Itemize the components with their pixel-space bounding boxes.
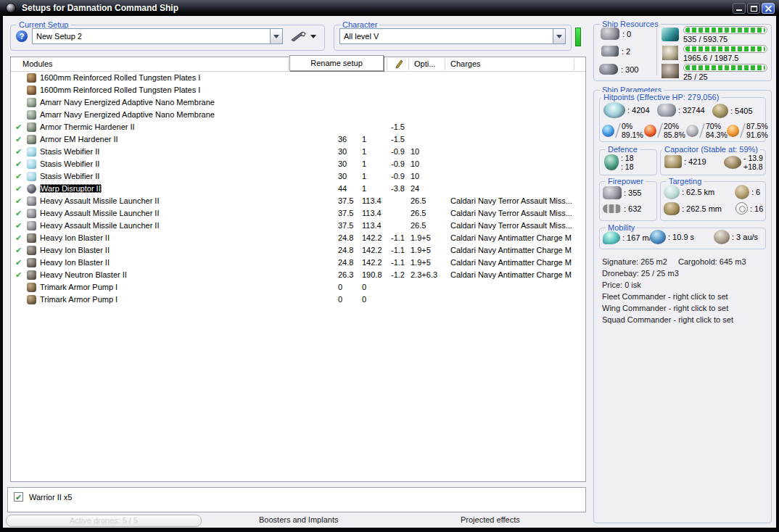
module-enabled-check[interactable]: ✔ bbox=[15, 221, 22, 230]
module-enabled-check[interactable]: ✔ bbox=[15, 122, 22, 132]
calibration: : 300 bbox=[599, 64, 638, 75]
warp-speed: : 3 au/s bbox=[714, 230, 758, 244]
module-row[interactable]: ✔Heavy Assault Missile Launcher II37.511… bbox=[11, 195, 585, 207]
module-name[interactable]: 1600mm Reinforced Rolled Tungsten Plates… bbox=[40, 86, 200, 94]
character-select[interactable]: All level V bbox=[339, 28, 566, 44]
module-powergrid: 1 bbox=[362, 184, 366, 193]
module-optimal: 10 bbox=[411, 172, 419, 180]
module-cpu: 26.3 bbox=[338, 270, 353, 279]
module-name[interactable]: Heavy Ion Blaster II bbox=[40, 246, 110, 254]
module-name[interactable]: Heavy Assault Missile Launcher II bbox=[40, 196, 159, 205]
module-row[interactable]: ✔Heavy Assault Missile Launcher II37.511… bbox=[11, 220, 585, 232]
module-row[interactable]: ✔Heavy Assault Missile Launcher II37.511… bbox=[11, 207, 585, 220]
module-row[interactable]: 1600mm Reinforced Rolled Tungsten Plates… bbox=[11, 72, 585, 84]
module-row[interactable]: Trimark Armor Pump I00 bbox=[11, 294, 585, 306]
column-charges[interactable]: Charges bbox=[450, 59, 481, 68]
close-button[interactable] bbox=[762, 3, 775, 14]
module-name[interactable]: Stasis Webifier II bbox=[40, 172, 99, 180]
module-enabled-check[interactable]: ✔ bbox=[15, 184, 22, 194]
module-name[interactable]: Stasis Webifier II bbox=[40, 159, 99, 168]
module-enabled-check[interactable]: ✔ bbox=[15, 172, 22, 181]
module-name[interactable]: Warp Disruptor II bbox=[40, 184, 102, 193]
module-powergrid: 142.2 bbox=[362, 258, 382, 267]
module-row[interactable]: Amarr Navy Energized Adaptive Nano Membr… bbox=[11, 109, 585, 121]
module-optimal: 1.9+5 bbox=[411, 233, 431, 242]
setup-select[interactable]: New Setup 2 bbox=[32, 28, 283, 44]
tab-projected-effects[interactable]: Projected effects bbox=[461, 515, 520, 524]
module-row[interactable]: 1600mm Reinforced Rolled Tungsten Plates… bbox=[11, 84, 585, 96]
capacitor-usage-column-icon[interactable] bbox=[394, 59, 404, 70]
module-row[interactable]: ✔Stasis Webifier II301-0.910 bbox=[11, 146, 585, 158]
column-modules[interactable]: Modules bbox=[22, 59, 53, 68]
fleet-commander-info[interactable]: Fleet Commander - right click to set bbox=[602, 292, 728, 301]
module-enabled-check[interactable]: ✔ bbox=[15, 159, 22, 169]
module-powergrid: 0 bbox=[362, 295, 366, 304]
chevron-down-icon bbox=[310, 35, 316, 38]
module-cpu: 30 bbox=[338, 147, 347, 156]
module-name[interactable]: Amarr Navy Energized Adaptive Nano Membr… bbox=[40, 110, 215, 119]
module-name[interactable]: Trimark Armor Pump I bbox=[40, 295, 118, 304]
module-row[interactable]: ✔Stasis Webifier II301-0.910 bbox=[11, 158, 585, 170]
setup-actions-button[interactable] bbox=[290, 30, 316, 42]
speed-icon bbox=[603, 231, 620, 244]
module-row[interactable]: ✔Armor Thermic Hardener II-1.5 bbox=[11, 121, 585, 133]
drone-checkbox[interactable]: ✔ bbox=[14, 492, 23, 502]
module-cpu: 0 bbox=[338, 295, 342, 304]
module-name[interactable]: Armor Thermic Hardener II bbox=[40, 122, 135, 131]
module-enabled-check[interactable]: ✔ bbox=[15, 246, 22, 255]
drone-item[interactable]: ✔ Warrior II x5 bbox=[14, 492, 73, 502]
capacitor-balance: - 13.9 +18.8 bbox=[724, 154, 763, 171]
module-row[interactable]: ✔Heavy Ion Blaster II24.8142.2-1.11.9+5C… bbox=[11, 244, 585, 257]
capacitor-label: Capacitor (Stable at: 59%) bbox=[662, 144, 760, 154]
column-optimal[interactable]: Opti... bbox=[414, 59, 435, 68]
module-charge: Caldari Navy Antimatter Charge M bbox=[450, 233, 572, 242]
module-row[interactable]: ✔Heavy Ion Blaster II24.8142.2-1.11.9+5C… bbox=[11, 257, 585, 269]
wing-commander-info[interactable]: Wing Commander - right click to set bbox=[602, 304, 728, 312]
module-powergrid: 190.8 bbox=[362, 270, 382, 279]
module-name[interactable]: Amarr Navy Energized Adaptive Nano Membr… bbox=[40, 98, 215, 107]
module-enabled-check[interactable]: ✔ bbox=[15, 209, 22, 218]
chevron-down-icon bbox=[273, 35, 279, 38]
module-name[interactable]: Heavy Assault Missile Launcher II bbox=[40, 221, 159, 230]
module-enabled-check[interactable]: ✔ bbox=[15, 135, 22, 144]
module-name[interactable]: Trimark Armor Pump I bbox=[40, 283, 118, 291]
character-select-arrow[interactable] bbox=[553, 29, 565, 43]
module-enabled-check[interactable]: ✔ bbox=[15, 196, 22, 206]
maximize-button[interactable] bbox=[747, 3, 760, 14]
active-drones-button[interactable]: Active drones: 5 / 5 bbox=[6, 515, 202, 527]
module-row[interactable]: ✔Heavy Ion Blaster II24.8142.2-1.11.9+5C… bbox=[11, 232, 585, 244]
module-name[interactable]: Heavy Assault Missile Launcher II bbox=[40, 209, 159, 217]
module-cap-use: -1.1 bbox=[391, 233, 405, 242]
module-name[interactable]: 1600mm Reinforced Rolled Tungsten Plates… bbox=[40, 73, 200, 82]
tab-boosters-implants[interactable]: Boosters and Implants bbox=[259, 515, 338, 524]
minimize-button[interactable] bbox=[733, 3, 746, 14]
shield-hp: : 4204 bbox=[603, 102, 650, 118]
module-enabled-check[interactable]: ✔ bbox=[15, 147, 22, 157]
setup-select-arrow[interactable] bbox=[270, 29, 282, 43]
module-row[interactable]: ✔Heavy Neutron Blaster II26.3190.8-1.22.… bbox=[11, 269, 585, 281]
module-name[interactable]: Heavy Neutron Blaster II bbox=[40, 270, 127, 279]
module-charge: Caldari Navy Terror Assault Miss... bbox=[450, 196, 572, 205]
module-name[interactable]: Heavy Ion Blaster II bbox=[40, 258, 110, 267]
module-cpu: 30 bbox=[338, 172, 347, 180]
explosive-resist-icon bbox=[727, 125, 739, 137]
module-name[interactable]: Armor EM Hardener II bbox=[40, 135, 118, 144]
module-powergrid: 142.2 bbox=[362, 246, 382, 254]
chevron-down-icon bbox=[556, 35, 562, 38]
module-cap-use: -1.1 bbox=[391, 258, 405, 267]
module-row[interactable]: ✔Stasis Webifier II301-0.910 bbox=[11, 170, 585, 183]
module-row[interactable]: ✔Armor EM Hardener II361-1.5 bbox=[11, 133, 585, 146]
module-row[interactable]: ✔Warp Disruptor II441-3.824 bbox=[11, 183, 585, 195]
module-icon bbox=[27, 172, 36, 181]
module-enabled-check[interactable]: ✔ bbox=[15, 233, 22, 243]
module-optimal: 1.9+5 bbox=[411, 258, 431, 267]
module-row[interactable]: Trimark Armor Pump I00 bbox=[11, 281, 585, 294]
titlebar[interactable]: Setups for Damnation Command Ship bbox=[0, 0, 779, 16]
module-enabled-check[interactable]: ✔ bbox=[15, 270, 22, 280]
module-name[interactable]: Heavy Ion Blaster II bbox=[40, 233, 110, 242]
squad-commander-info[interactable]: Squad Commander - right click to set bbox=[602, 315, 733, 324]
module-name[interactable]: Stasis Webifier II bbox=[40, 147, 99, 156]
help-icon[interactable]: ? bbox=[16, 30, 28, 42]
module-row[interactable]: Amarr Navy Energized Adaptive Nano Membr… bbox=[11, 96, 585, 109]
module-enabled-check[interactable]: ✔ bbox=[15, 258, 22, 267]
